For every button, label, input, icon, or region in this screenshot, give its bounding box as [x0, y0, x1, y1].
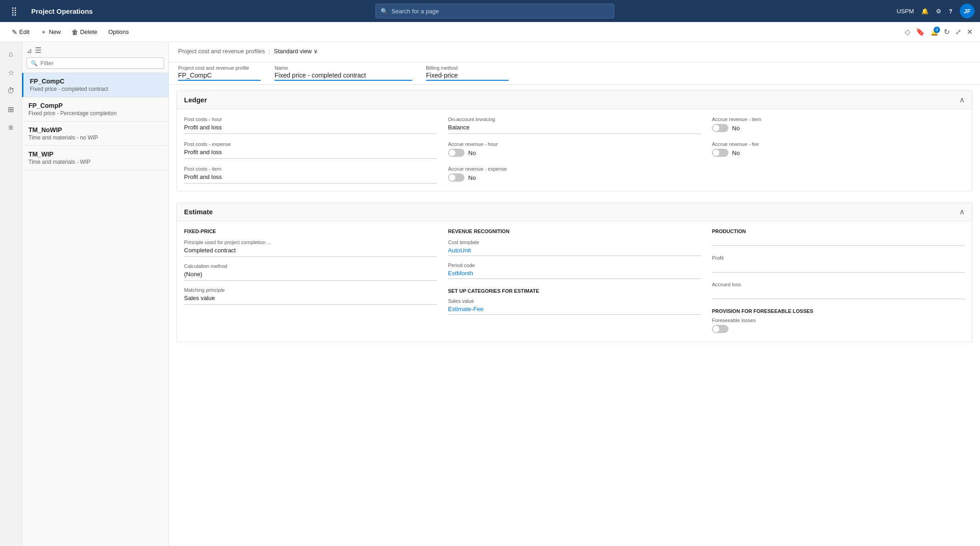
- profit-value: [712, 262, 965, 273]
- calc-method-label: Calculation method: [184, 263, 437, 269]
- post-costs-expense-label: Post costs - expense: [184, 141, 437, 147]
- rail-list[interactable]: ≡: [3, 119, 19, 136]
- on-account-invoicing-field: On-account invoicing Balance: [448, 117, 701, 134]
- billing-field: Billing method Fixed-price: [426, 65, 509, 81]
- name-value[interactable]: Fixed price - completed contract: [274, 72, 412, 81]
- breadcrumb-sep: |: [269, 48, 270, 55]
- setup-categories-header: SET UP CATEGORIES FOR ESTIMATE: [448, 288, 701, 294]
- estimate-collapse[interactable]: ∧: [959, 207, 965, 216]
- accrue-revenue-expense-toggle[interactable]: [448, 173, 465, 182]
- expand-icon[interactable]: ⤢: [955, 28, 961, 36]
- accrue-revenue-fee-toggle[interactable]: [712, 149, 728, 157]
- search-bar[interactable]: 🔍 Search for a page: [375, 4, 614, 18]
- foreseeable-losses-label: Foreseeable losses: [712, 318, 965, 323]
- sidebar-item-fp-compp[interactable]: FP_CompP Fixed price - Percentage comple…: [22, 97, 168, 122]
- cost-template-label: Cost template: [448, 240, 701, 245]
- revenue-recognition-col: REVENUE RECOGNITION Cost template AutoUn…: [448, 228, 701, 334]
- plus-icon: ＋: [40, 28, 47, 36]
- gear-icon[interactable]: ⚙: [936, 8, 941, 15]
- avatar[interactable]: JF: [960, 4, 974, 18]
- provision-header: PROVISION FOR FORESEEABLE LOSSES: [712, 308, 965, 314]
- principle-value[interactable]: Completed contract: [184, 247, 437, 257]
- production-value: [712, 236, 965, 246]
- sidebar-item-title: FP_CompP: [28, 102, 162, 109]
- fixed-price-header: FIXED-PRICE: [184, 228, 437, 234]
- search-placeholder: Search for a page: [392, 8, 439, 15]
- ledger-title: Ledger: [184, 96, 207, 104]
- ledger-collapse[interactable]: ∧: [959, 95, 965, 104]
- diamond-icon[interactable]: ◇: [905, 28, 910, 36]
- refresh-icon[interactable]: ↻: [944, 28, 950, 36]
- accrue-revenue-item-field: Accrue revenue - item No: [712, 117, 965, 134]
- accrue-revenue-hour-label: Accrue revenue - hour: [448, 141, 701, 147]
- filter-toggle-icon[interactable]: ☰: [35, 46, 41, 55]
- fixed-price-col: FIXED-PRICE Principle used for project c…: [184, 228, 437, 334]
- detail-panel: Project cost and revenue profiles | Stan…: [169, 42, 980, 546]
- accrued-loss-value: [712, 289, 965, 299]
- filter-input[interactable]: [40, 60, 160, 67]
- billing-label: Billing method: [426, 65, 509, 71]
- notification-icon-wrap[interactable]: 🔔 0: [930, 28, 938, 36]
- accrue-revenue-hour-field: Accrue revenue - hour No: [448, 141, 701, 159]
- period-code-value[interactable]: EstMonth: [448, 270, 701, 279]
- accrued-loss-label: Accrued loss: [712, 282, 965, 287]
- estimate-header: Estimate ∧: [177, 203, 972, 221]
- accrue-revenue-hour-value: No: [468, 150, 476, 156]
- post-costs-expense-field: Post costs - expense Profit and loss: [184, 141, 437, 159]
- new-button[interactable]: ＋ New: [36, 26, 65, 38]
- filter-input-wrap[interactable]: 🔍: [27, 57, 164, 69]
- edit-button[interactable]: ✎ Edit: [7, 27, 34, 38]
- bell-icon-wrap[interactable]: 🔔: [921, 8, 929, 15]
- post-costs-expense-value[interactable]: Profit and loss: [184, 149, 437, 159]
- accrue-revenue-item-label: Accrue revenue - item: [712, 117, 965, 122]
- rail-star[interactable]: ☆: [3, 64, 19, 81]
- estimate-section: Estimate ∧ FIXED-PRICE Principle used fo…: [176, 202, 973, 342]
- accrue-revenue-hour-toggle[interactable]: [448, 149, 465, 157]
- help-icon[interactable]: ?: [949, 8, 952, 15]
- sidebar-item-tm-wip[interactable]: TM_WIP Time and materials - WIP: [22, 146, 168, 170]
- delete-button[interactable]: 🗑 Delete: [67, 27, 102, 38]
- sidebar-item-title: TM_NoWIP: [28, 126, 162, 134]
- post-costs-hour-value[interactable]: Profit and loss: [184, 124, 437, 134]
- matching-principle-label: Matching principle: [184, 287, 437, 293]
- accrue-revenue-expense-value: No: [468, 174, 476, 181]
- accrue-revenue-item-toggle[interactable]: [712, 124, 728, 132]
- sales-value-value[interactable]: Estimate-Fee: [448, 306, 701, 315]
- matching-principle-value[interactable]: Sales value: [184, 295, 437, 305]
- nav-right: USPM 🔔 ⚙ ? JF: [896, 4, 974, 18]
- options-button[interactable]: Options: [104, 27, 134, 37]
- principle-label: Principle used for project completion ..…: [184, 240, 437, 245]
- post-costs-hour-field: Post costs - hour Profit and loss: [184, 117, 437, 134]
- estimate-title: Estimate: [184, 208, 213, 216]
- view-dropdown[interactable]: Standard view ∨: [274, 48, 318, 55]
- name-label: Name: [274, 65, 412, 71]
- bookmark-icon[interactable]: 🔖: [916, 28, 925, 36]
- estimate-body: FIXED-PRICE Principle used for project c…: [177, 221, 972, 342]
- sidebar-item-fp-compc[interactable]: FP_CompC Fixed price - completed contrac…: [22, 73, 168, 97]
- close-icon[interactable]: ✕: [967, 28, 973, 36]
- cost-template-value[interactable]: AutoUnit: [448, 247, 701, 256]
- on-account-value[interactable]: Balance: [448, 124, 701, 134]
- profile-value[interactable]: FP_CompC: [178, 72, 261, 81]
- sidebar-item-tm-nowip[interactable]: TM_NoWIP Time and materials - no WIP: [22, 122, 168, 146]
- sidebar-filter-area: ⊿ ☰ 🔍: [22, 42, 168, 73]
- sidebar-list: FP_CompC Fixed price - completed contrac…: [22, 73, 168, 546]
- ledger-section: Ledger ∧ Post costs - hour Profit and lo…: [176, 90, 973, 191]
- left-rail: ⌂ ☆ ⏱ ⊞ ≡: [0, 42, 22, 546]
- period-code-label: Period code: [448, 262, 701, 268]
- rail-home[interactable]: ⌂: [3, 46, 19, 62]
- accrue-revenue-fee-field: Accrue revenue - fee No: [712, 141, 965, 159]
- billing-value[interactable]: Fixed-price: [426, 72, 509, 81]
- breadcrumb-parent[interactable]: Project cost and revenue profiles: [178, 48, 265, 55]
- rail-clock[interactable]: ⏱: [3, 83, 19, 99]
- post-costs-item-value[interactable]: Profit and loss: [184, 173, 437, 184]
- edit-icon: ✎: [12, 28, 17, 36]
- apps-icon[interactable]: ⣿: [6, 3, 22, 19]
- post-costs-hour-label: Post costs - hour: [184, 117, 437, 122]
- rail-table[interactable]: ⊞: [3, 101, 19, 117]
- accrue-revenue-expense-field: Accrue revenue - expense No: [448, 166, 701, 184]
- foreseeable-losses-toggle[interactable]: [712, 325, 728, 333]
- ledger-body: Post costs - hour Profit and loss On-acc…: [177, 109, 972, 191]
- accrue-revenue-expense-label: Accrue revenue - expense: [448, 166, 701, 172]
- calc-method-value[interactable]: (None): [184, 271, 437, 281]
